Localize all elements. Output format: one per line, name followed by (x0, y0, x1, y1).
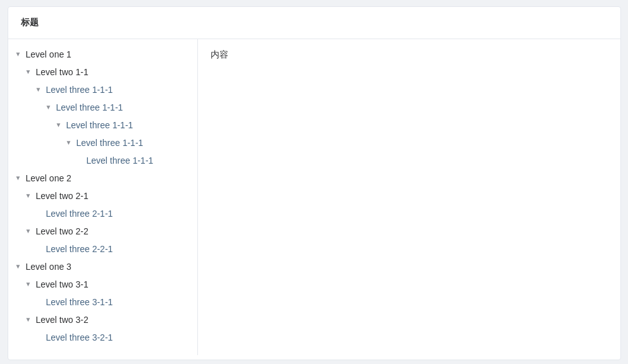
tree-node: ▼Level one 1▼Level two 1-1▼Level three 1… (8, 46, 197, 169)
expand-arrow-icon[interactable]: ▼ (23, 191, 34, 201)
tree-children: Level three 2-2-1 (8, 240, 197, 258)
tree-node-label: Level three 1-1-1 (46, 85, 113, 95)
tree-node: Level three 3-2-1 (8, 329, 197, 346)
tree-node: Level three 1-1-1 (8, 152, 197, 169)
tree-node: Level three 2-1-1 (8, 205, 197, 222)
tree-node: ▼Level two 2-1Level three 2-1-1 (8, 187, 197, 222)
tree-children: Level three 3-1-1 (8, 293, 197, 311)
tree-node-content[interactable]: ▼Level one 3 (8, 258, 197, 276)
arrow-placeholder (36, 244, 46, 254)
tree-node: ▼Level two 3-1Level three 3-1-1 (8, 276, 197, 311)
tree-node-content[interactable]: ▼Level one 2 (8, 169, 197, 187)
tree-node-content[interactable]: ▼Level three 1-1-1 (8, 116, 197, 134)
tree-node-content[interactable]: ▼Level two 2-1 (8, 187, 197, 205)
tree-node-label: Level two 1-1 (36, 67, 89, 77)
expand-arrow-icon[interactable]: ▼ (34, 85, 44, 95)
tree-node-label: Level three 2-1-1 (46, 209, 113, 219)
expand-arrow-icon[interactable]: ▼ (44, 102, 54, 112)
tree-node-label: Level one 2 (26, 173, 71, 183)
tree-node-content[interactable]: ▼Level two 3-2 (8, 311, 197, 329)
tree-children: ▼Level two 1-1▼Level three 1-1-1▼Level t… (8, 63, 197, 169)
tree-node-content[interactable]: Level three 1-1-1 (8, 152, 197, 169)
expand-arrow-icon[interactable]: ▼ (13, 49, 23, 59)
tree-node: Level three 2-2-1 (8, 240, 197, 258)
tree-node-label: Level two 2-1 (36, 191, 89, 201)
expand-arrow-icon[interactable]: ▼ (23, 279, 34, 289)
arrow-placeholder (36, 332, 46, 343)
tree-children: ▼Level two 3-1Level three 3-1-1▼Level tw… (8, 276, 197, 346)
tree-node: ▼Level one 2▼Level two 2-1Level three 2-… (8, 169, 197, 258)
expand-arrow-icon[interactable]: ▼ (13, 262, 23, 272)
tree-node-label: Level one 3 (26, 262, 71, 272)
tree-node-content[interactable]: ▼Level two 3-1 (8, 276, 197, 293)
arrow-placeholder (36, 297, 46, 307)
tree-node-content[interactable]: Level three 3-1-1 (8, 293, 197, 311)
tree-node-label: Level two 2-2 (36, 226, 89, 236)
tree-node: Level three 3-1-1 (8, 293, 197, 311)
expand-arrow-icon[interactable]: ▼ (23, 226, 34, 236)
tree-node-label: Level three 1-1-1 (87, 155, 154, 166)
tree-node-label: Level three 1-1-1 (56, 102, 123, 112)
tree-node-label: Level three 1-1-1 (66, 120, 133, 130)
tree-node-label: Level one 1 (26, 49, 71, 59)
tree-children: Level three 1-1-1 (8, 152, 197, 169)
card-header: 标题 (8, 7, 620, 39)
tree-children: ▼Level three 1-1-1▼Level three 1-1-1▼Lev… (8, 99, 197, 169)
tree-node-content[interactable]: Level three 2-1-1 (8, 205, 197, 222)
tree-node: ▼Level two 3-2Level three 3-2-1 (8, 311, 197, 346)
expand-arrow-icon[interactable]: ▼ (23, 315, 34, 325)
tree-node-label: Level three 3-1-1 (46, 297, 113, 307)
tree-node-content[interactable]: Level three 2-2-1 (8, 240, 197, 258)
tree-node-content[interactable]: ▼Level three 1-1-1 (8, 81, 197, 99)
arrow-placeholder (77, 155, 87, 166)
tree-node: ▼Level two 2-2Level three 2-2-1 (8, 222, 197, 258)
tree-node-content[interactable]: ▼Level three 1-1-1 (8, 99, 197, 116)
tree-children: ▼Level two 2-1Level three 2-1-1▼Level tw… (8, 187, 197, 258)
tree-node: ▼Level one 3▼Level two 3-1Level three 3-… (8, 258, 197, 346)
arrow-placeholder (36, 209, 46, 219)
expand-arrow-icon[interactable]: ▼ (64, 138, 74, 148)
content-text: 内容 (211, 49, 228, 59)
tree-children: Level three 2-1-1 (8, 205, 197, 222)
card-body: ▼Level one 1▼Level two 1-1▼Level three 1… (8, 39, 620, 355)
tree-node-content[interactable]: ▼Level one 1 (8, 46, 197, 63)
tree-node-label: Level three 2-2-1 (46, 244, 113, 254)
tree-node-content[interactable]: Level three 3-2-1 (8, 329, 197, 346)
tree-panel: ▼Level one 1▼Level two 1-1▼Level three 1… (8, 39, 198, 355)
tree-children: ▼Level three 1-1-1▼Level three 1-1-1▼Lev… (8, 81, 197, 169)
tree-node: ▼Level three 1-1-1▼Level three 1-1-1▼Lev… (8, 81, 197, 169)
tree-node-content[interactable]: ▼Level two 1-1 (8, 63, 197, 81)
tree-node-content[interactable]: ▼Level three 1-1-1 (8, 134, 197, 152)
tree-node: ▼Level three 1-1-1Level three 1-1-1 (8, 134, 197, 169)
tree-node: ▼Level three 1-1-1▼Level three 1-1-1Leve… (8, 116, 197, 169)
tree-children: Level three 3-2-1 (8, 329, 197, 346)
tree-node-content[interactable]: ▼Level two 2-2 (8, 222, 197, 240)
tree-node-label: Level two 3-2 (36, 315, 89, 325)
tree-node-label: Level two 3-1 (36, 279, 89, 289)
expand-arrow-icon[interactable]: ▼ (13, 173, 23, 183)
content-panel: 内容 (198, 39, 620, 355)
expand-arrow-icon[interactable]: ▼ (54, 120, 64, 130)
card-title: 标题 (21, 17, 39, 27)
tree-node: ▼Level two 1-1▼Level three 1-1-1▼Level t… (8, 63, 197, 169)
expand-arrow-icon[interactable]: ▼ (23, 67, 34, 77)
tree-node-label: Level three 3-2-1 (46, 332, 113, 343)
tree-children: ▼Level three 1-1-1▼Level three 1-1-1Leve… (8, 116, 197, 169)
tree-node-label: Level three 1-1-1 (77, 138, 144, 148)
tree-node: ▼Level three 1-1-1▼Level three 1-1-1▼Lev… (8, 99, 197, 169)
card: 标题 ▼Level one 1▼Level two 1-1▼Level thre… (8, 6, 621, 360)
tree-children: ▼Level three 1-1-1Level three 1-1-1 (8, 134, 197, 169)
